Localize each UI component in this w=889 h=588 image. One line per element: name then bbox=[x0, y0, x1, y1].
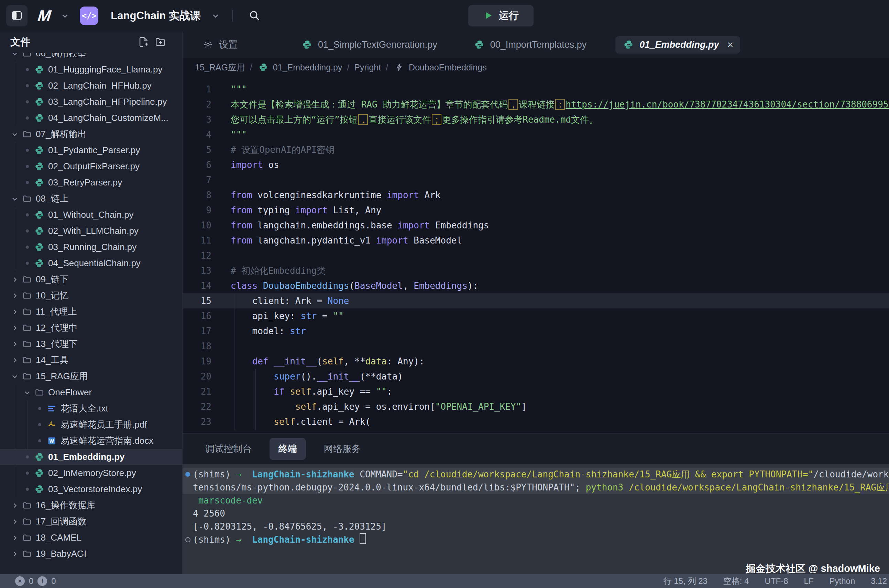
problems-summary[interactable]: × 0 ! 0 bbox=[0, 576, 56, 586]
chevron-down-icon[interactable] bbox=[211, 11, 220, 20]
panel-tab-网络服务[interactable]: 网络服务 bbox=[315, 438, 370, 460]
status-item[interactable]: 3.12 bbox=[871, 576, 887, 586]
code-line[interactable]: 8from volcenginesdkarkruntime import Ark bbox=[182, 188, 889, 202]
chevron-right-icon[interactable] bbox=[9, 518, 21, 526]
terminal-output[interactable]: (shims) → LangChain-shizhanke COMMAND="c… bbox=[182, 464, 889, 574]
tree-folder-item[interactable]: 06_调用模型 bbox=[0, 53, 182, 62]
sidebar-toggle-button[interactable] bbox=[6, 5, 27, 27]
code-line[interactable]: 4""" bbox=[182, 127, 889, 142]
panel-tab-终端[interactable]: 终端 bbox=[269, 438, 306, 460]
tree-folder-item[interactable]: 11_代理上 bbox=[0, 304, 182, 320]
code-line[interactable]: 19 def __init__(self, **data: Any): bbox=[182, 354, 889, 369]
chevron-down-icon[interactable] bbox=[9, 53, 21, 58]
tree-file-item[interactable]: 04_SequentialChain.py bbox=[0, 255, 182, 272]
tree-file-item[interactable]: 03_LangChain_HFPipeline.py bbox=[0, 94, 182, 110]
breadcrumb-item[interactable]: 15_RAG应用 bbox=[195, 62, 245, 73]
tree-folder-item[interactable]: 19_BabyAGI bbox=[0, 546, 182, 562]
code-line[interactable]: 20 super().__init__(**data) bbox=[182, 369, 889, 384]
run-button[interactable]: 运行 bbox=[468, 5, 534, 27]
breadcrumb-item[interactable]: DoubaoEmbeddings bbox=[393, 63, 487, 72]
chevron-down-icon[interactable] bbox=[9, 195, 21, 203]
terminal-line[interactable]: (shims) → LangChain-shizhanke COMMAND="c… bbox=[182, 468, 889, 481]
tree-file-item[interactable]: 02_With_LLMChain.py bbox=[0, 223, 182, 239]
tree-file-item[interactable]: 03_Running_Chain.py bbox=[0, 239, 182, 255]
panel-tab-调试控制台[interactable]: 调试控制台 bbox=[196, 438, 260, 460]
code-line[interactable]: 16 api_key: str = "" bbox=[182, 308, 889, 324]
status-item[interactable]: UTF-8 bbox=[765, 576, 788, 586]
code-line[interactable]: 9from typing import List, Any bbox=[182, 202, 889, 218]
terminal-line[interactable]: tensions/ms-python.debugpy-2024.0.0-linu… bbox=[182, 481, 889, 494]
tree-file-item[interactable]: 01_Pydantic_Parser.py bbox=[0, 142, 182, 158]
code-line[interactable]: 12 bbox=[182, 248, 889, 263]
code-line[interactable]: 14class DoubaoEmbeddings(BaseModel, Embe… bbox=[182, 278, 889, 293]
code-line[interactable]: 3您可以点击最上方的“运行”按钮，直接运行该文件；更多操作指引请参考Readme… bbox=[182, 112, 889, 127]
breadcrumb-item[interactable]: 01_Embedding.py bbox=[257, 63, 342, 72]
tree-folder-item[interactable]: 12_代理中 bbox=[0, 320, 182, 336]
tab-01_SimpleTextGeneration.py[interactable]: 01_SimpleTextGeneration.py bbox=[294, 36, 444, 54]
tab-01_Embedding.py[interactable]: 01_Embedding.py× bbox=[615, 36, 740, 54]
code-line[interactable]: 5# 设置OpenAI的API密钥 bbox=[182, 142, 889, 157]
code-line[interactable]: 1""" bbox=[182, 82, 889, 97]
search-button[interactable] bbox=[245, 6, 263, 26]
breadcrumb-item[interactable]: Pyright bbox=[354, 63, 381, 72]
chevron-down-icon[interactable] bbox=[21, 388, 33, 397]
tree-folder-item[interactable]: 15_RAG应用 bbox=[0, 368, 182, 384]
terminal-line[interactable]: marscode-dev bbox=[182, 494, 889, 507]
chevron-right-icon[interactable] bbox=[9, 324, 21, 332]
code-editor[interactable]: 1"""2本文件是【检索增强生成：通过 RAG 助力鲜花运营】章节的配套代码，课… bbox=[182, 77, 889, 433]
tree-file-item[interactable]: 02_OutputFixParser.py bbox=[0, 158, 182, 174]
chevron-right-icon[interactable] bbox=[9, 292, 21, 300]
tree-file-item[interactable]: 02_LangChain_HFHub.py bbox=[0, 78, 182, 94]
status-item[interactable]: LF bbox=[804, 576, 814, 586]
tree-folder-item[interactable]: 07_解析输出 bbox=[0, 126, 182, 142]
code-line[interactable]: 6import os bbox=[182, 157, 889, 172]
tab-00_ImportTemplates.py[interactable]: 00_ImportTemplates.py bbox=[466, 36, 594, 54]
tree-folder-item[interactable]: 18_CAMEL bbox=[0, 530, 182, 546]
tree-file-item[interactable]: 04_LangChain_CustomizeM... bbox=[0, 110, 182, 126]
close-icon[interactable]: × bbox=[727, 39, 733, 50]
tree-file-item[interactable]: 01_Embedding.py bbox=[0, 449, 182, 465]
chevron-right-icon[interactable] bbox=[9, 501, 21, 510]
tab-设置[interactable]: 设置 bbox=[195, 35, 244, 54]
status-item[interactable]: 行 15, 列 23 bbox=[663, 576, 707, 586]
code-line[interactable]: 15 client: Ark = None bbox=[182, 293, 889, 308]
tree-folder-item[interactable]: 17_回调函数 bbox=[0, 513, 182, 530]
tree-folder-item[interactable]: 08_链上 bbox=[0, 190, 182, 207]
code-line[interactable]: 10from langchain.embeddings.base import … bbox=[182, 218, 889, 233]
code-line[interactable]: 7 bbox=[182, 172, 889, 188]
terminal-line[interactable]: (shims) → LangChain-shizhanke bbox=[182, 533, 889, 546]
code-line[interactable]: 2本文件是【检索增强生成：通过 RAG 助力鲜花运营】章节的配套代码，课程链接：… bbox=[182, 97, 889, 112]
status-item[interactable]: 空格: 4 bbox=[723, 576, 749, 586]
chevron-right-icon[interactable] bbox=[9, 550, 21, 558]
chevron-down-icon[interactable] bbox=[9, 130, 21, 138]
tree-file-item[interactable]: 03_VectorstoreIndex.py bbox=[0, 481, 182, 497]
chevron-right-icon[interactable] bbox=[9, 534, 21, 542]
code-line[interactable]: 21 if self.api_key == "": bbox=[182, 384, 889, 399]
code-line[interactable]: 23 self.client = Ark( bbox=[182, 414, 889, 429]
tree-folder-item[interactable]: OneFlower bbox=[0, 384, 182, 400]
chevron-right-icon[interactable] bbox=[9, 356, 21, 364]
tree-folder-item[interactable]: 09_链下 bbox=[0, 272, 182, 288]
new-folder-button[interactable] bbox=[152, 33, 169, 51]
marscode-logo[interactable]: M bbox=[37, 6, 51, 25]
workspace-title[interactable]: LangChain 实战课 bbox=[111, 9, 201, 23]
tree-folder-item[interactable]: 10_记忆 bbox=[0, 288, 182, 304]
code-line[interactable]: 11from langchain.pydantic_v1 import Base… bbox=[182, 233, 889, 248]
tree-file-item[interactable]: W易速鲜花运营指南.docx bbox=[0, 433, 182, 449]
chevron-right-icon[interactable] bbox=[9, 308, 21, 316]
tree-folder-item[interactable]: 16_操作数据库 bbox=[0, 497, 182, 513]
terminal-line[interactable]: [-0.8203125, -0.84765625, -3.203125] bbox=[182, 520, 889, 533]
tree-file-item[interactable]: 02_InMemoryStore.py bbox=[0, 465, 182, 481]
tree-file-item[interactable]: 01_Without_Chain.py bbox=[0, 207, 182, 223]
chevron-down-icon[interactable] bbox=[9, 372, 21, 381]
tree-file-item[interactable]: 易速鲜花员工手册.pdf bbox=[0, 417, 182, 433]
tree-file-item[interactable]: 03_RetryParser.py bbox=[0, 174, 182, 190]
chevron-down-icon[interactable] bbox=[60, 11, 69, 20]
tree-folder-item[interactable]: 13_代理下 bbox=[0, 336, 182, 352]
new-file-button[interactable] bbox=[135, 33, 152, 51]
tree-folder-item[interactable]: 14_工具 bbox=[0, 352, 182, 368]
code-line[interactable]: 13# 初始化Embedding类 bbox=[182, 263, 889, 278]
chevron-right-icon[interactable] bbox=[9, 340, 21, 348]
code-line[interactable]: 18 bbox=[182, 339, 889, 354]
tree-file-item[interactable]: 花语大全.txt bbox=[0, 400, 182, 417]
